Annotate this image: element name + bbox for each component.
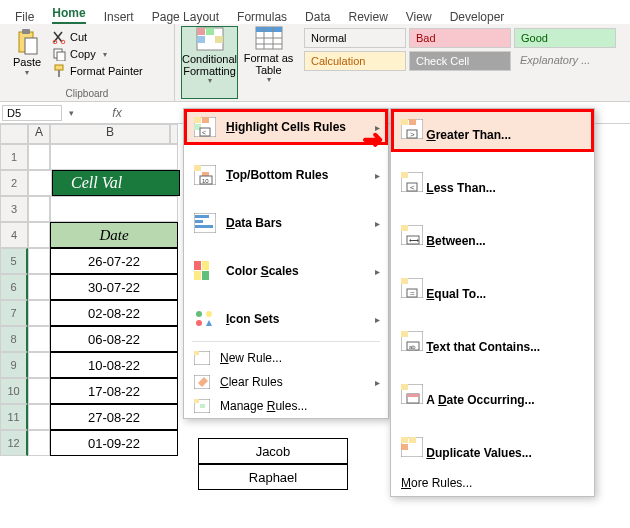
menu-manage-rules[interactable]: Manage Rules... — [184, 394, 388, 418]
col-header-b[interactable]: B — [50, 124, 170, 144]
svg-rect-34 — [195, 225, 213, 228]
conditional-formatting-button[interactable]: Conditional Formatting▾ — [181, 26, 238, 99]
row-header-2[interactable]: 2 — [0, 170, 28, 196]
tab-insert[interactable]: Insert — [104, 10, 134, 24]
row-header-11[interactable]: 11 — [0, 404, 28, 430]
tab-file[interactable]: File — [15, 10, 34, 24]
cell-b6[interactable]: 30-07-22 — [50, 274, 178, 300]
cell-b8[interactable]: 06-08-22 — [50, 326, 178, 352]
greater-than-icon: > — [401, 119, 423, 139]
row-header-8[interactable]: 8 — [0, 326, 28, 352]
cell-a12[interactable] — [28, 430, 50, 456]
svg-text:ab: ab — [409, 344, 416, 350]
menu-new-rule[interactable]: New Rule... — [184, 346, 388, 370]
menu-clear-rules[interactable]: Clear Rules▸ — [184, 370, 388, 394]
menu-top-bottom-rules[interactable]: 10 Top/Bottom Rules▸ — [184, 157, 388, 193]
highlight-cells-submenu: > Greater Than... < Less Than... ⟷ Betwe… — [390, 108, 595, 497]
conditional-formatting-menu: < Highlight Cells Rules▸ 10 Top/Bottom R… — [183, 108, 389, 419]
svg-point-41 — [196, 320, 202, 326]
cell-b2-title[interactable]: Cell Val — [52, 170, 180, 196]
submenu-greater-than[interactable]: > Greater Than... — [391, 109, 594, 152]
between-icon: ⟷ — [401, 225, 423, 245]
new-rule-icon — [194, 351, 210, 365]
cell-b12[interactable]: 01-09-22 — [50, 430, 178, 456]
menu-icon-sets[interactable]: Icon Sets▸ — [184, 301, 388, 337]
svg-point-40 — [206, 311, 212, 317]
cell-c11[interactable]: Jacob — [198, 438, 348, 464]
style-normal[interactable]: Normal — [304, 28, 406, 48]
svg-rect-21 — [194, 117, 201, 123]
cell-b1[interactable] — [50, 144, 178, 170]
col-header-a[interactable]: A — [28, 124, 50, 144]
copy-button[interactable]: Copy▾ — [52, 47, 143, 61]
submenu-between[interactable]: ⟷ Between... — [391, 215, 594, 258]
cell-b11[interactable]: 27-08-22 — [50, 404, 178, 430]
submenu-less-than[interactable]: < Less Than... — [391, 162, 594, 205]
submenu-equal-to[interactable]: = Equal To... — [391, 268, 594, 311]
svg-rect-8 — [58, 70, 60, 77]
svg-rect-71 — [401, 384, 408, 390]
row-header-12[interactable]: 12 — [0, 430, 28, 456]
style-check[interactable]: Check Cell — [409, 51, 511, 71]
cell-a4[interactable] — [28, 222, 50, 248]
svg-point-39 — [196, 311, 202, 317]
row-header-5[interactable]: 5 — [0, 248, 28, 274]
cell-a10[interactable] — [28, 378, 50, 404]
row-header-3[interactable]: 3 — [0, 196, 28, 222]
tab-review[interactable]: Review — [348, 10, 387, 24]
data-bars-icon — [194, 213, 216, 233]
format-painter-button[interactable]: Format Painter — [52, 64, 143, 78]
row-header-1[interactable]: 1 — [0, 144, 28, 170]
cell-styles-gallery[interactable]: Normal Bad Good Calculation Check Cell E… — [300, 24, 620, 101]
row-header-10[interactable]: 10 — [0, 378, 28, 404]
row-header-6[interactable]: 6 — [0, 274, 28, 300]
menu-data-bars[interactable]: Data Bars▸ — [184, 205, 388, 241]
cell-a11[interactable] — [28, 404, 50, 430]
tab-pagelayout[interactable]: Page Layout — [152, 10, 219, 24]
cell-a9[interactable] — [28, 352, 50, 378]
cell-b5[interactable]: 26-07-22 — [50, 248, 178, 274]
name-box[interactable] — [2, 105, 62, 121]
row-header-4[interactable]: 4 — [0, 222, 28, 248]
tab-home[interactable]: Home — [52, 6, 85, 24]
clear-rules-icon — [194, 375, 210, 389]
cell-b9[interactable]: 10-08-22 — [50, 352, 178, 378]
select-all-corner[interactable] — [0, 124, 28, 144]
style-calc[interactable]: Calculation — [304, 51, 406, 71]
svg-text:=: = — [410, 289, 415, 298]
cell-b4-hdr[interactable]: Date — [50, 222, 178, 248]
submenu-date-occurring[interactable]: A Date Occurring... — [391, 374, 594, 417]
cell-a6[interactable] — [28, 274, 50, 300]
cell-b7[interactable]: 02-08-22 — [50, 300, 178, 326]
submenu-more-rules[interactable]: More Rules... — [391, 470, 594, 496]
tab-developer[interactable]: Developer — [450, 10, 505, 24]
menu-highlight-cells-rules[interactable]: < Highlight Cells Rules▸ — [184, 109, 388, 145]
cell-b3[interactable] — [50, 196, 178, 222]
row-header-9[interactable]: 9 — [0, 352, 28, 378]
tab-formulas[interactable]: Formulas — [237, 10, 287, 24]
namebox-dropdown[interactable]: ▾ — [64, 108, 78, 118]
svg-rect-77 — [401, 444, 408, 450]
submenu-text-contains[interactable]: ab Text that Contains... — [391, 321, 594, 364]
menu-color-scales[interactable]: Color Scales▸ — [184, 253, 388, 289]
submenu-duplicate-values[interactable]: Duplicate Values... — [391, 427, 594, 470]
row-header-7[interactable]: 7 — [0, 300, 28, 326]
style-good[interactable]: Good — [514, 28, 616, 48]
cell-a3[interactable] — [28, 196, 50, 222]
cell-a5[interactable] — [28, 248, 50, 274]
cell-a1[interactable] — [28, 144, 50, 170]
style-expl[interactable]: Explanatory ... — [514, 51, 616, 71]
tab-view[interactable]: View — [406, 10, 432, 24]
svg-rect-76 — [409, 437, 416, 443]
cell-b10[interactable]: 17-08-22 — [50, 378, 178, 404]
cell-a2[interactable] — [28, 170, 52, 196]
tab-data[interactable]: Data — [305, 10, 330, 24]
cell-c12[interactable]: Raphael — [198, 464, 348, 490]
cell-a8[interactable] — [28, 326, 50, 352]
fx-button[interactable]: fx — [108, 106, 126, 120]
format-as-table-button[interactable]: Format as Table▾ — [243, 26, 294, 99]
style-bad[interactable]: Bad — [409, 28, 511, 48]
cut-button[interactable]: Cut — [52, 30, 143, 44]
cell-a7[interactable] — [28, 300, 50, 326]
paste-icon — [15, 28, 39, 56]
